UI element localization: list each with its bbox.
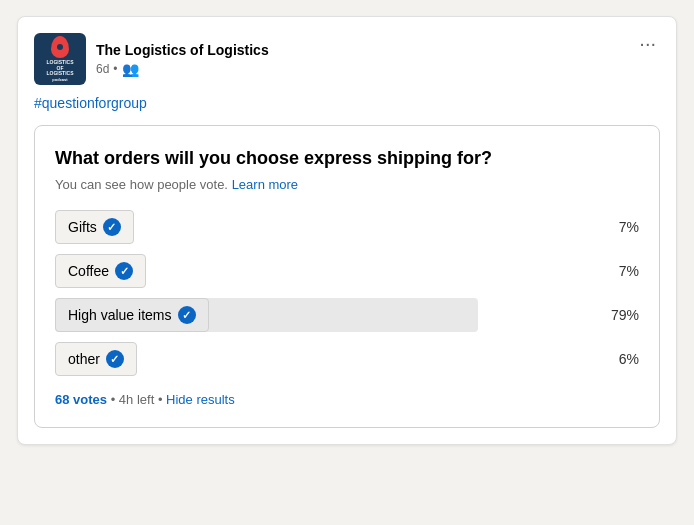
page-name[interactable]: The Logistics of Logistics: [96, 41, 269, 59]
poll-option-other[interactable]: other 6%: [55, 342, 639, 376]
poll-container: What orders will you choose express ship…: [34, 125, 660, 428]
poll-options-list: Gifts 7% Coffee 7%: [55, 210, 639, 376]
poll-footer: 68 votes • 4h left • Hide results: [55, 392, 639, 407]
post-header: LOGISTICSOFLOGISTICSpodcast The Logistic…: [34, 33, 660, 85]
option-left-other: other: [55, 342, 591, 376]
other-percent: 6%: [603, 351, 639, 367]
gifts-percent: 7%: [603, 219, 639, 235]
poll-option-gifts[interactable]: Gifts 7%: [55, 210, 639, 244]
coffee-label: Coffee: [68, 263, 109, 279]
high-value-label: High value items: [68, 307, 172, 323]
dot-separator: •: [113, 62, 117, 76]
more-options-button[interactable]: ···: [635, 33, 660, 53]
gifts-label: Gifts: [68, 219, 97, 235]
page-info: LOGISTICSOFLOGISTICSpodcast The Logistic…: [34, 33, 269, 85]
option-label-gifts: Gifts: [55, 210, 134, 244]
option-label-other: other: [55, 342, 137, 376]
footer-separator-1: •: [111, 392, 119, 407]
votes-link[interactable]: 68 votes: [55, 392, 107, 407]
gifts-check-icon: [103, 218, 121, 236]
coffee-percent: 7%: [603, 263, 639, 279]
poll-question: What orders will you choose express ship…: [55, 146, 639, 171]
option-label-coffee: Coffee: [55, 254, 146, 288]
option-left-high-value: High value items: [55, 298, 591, 332]
page-meta: 6d • 👥: [96, 61, 269, 77]
hashtag-link[interactable]: #questionforgroup: [34, 95, 660, 111]
time-left: 4h left: [119, 392, 154, 407]
poll-option-coffee[interactable]: Coffee 7%: [55, 254, 639, 288]
linkedin-post-card: LOGISTICSOFLOGISTICSpodcast The Logistic…: [17, 16, 677, 445]
page-logo[interactable]: LOGISTICSOFLOGISTICSpodcast: [34, 33, 86, 85]
page-details: The Logistics of Logistics 6d • 👥: [96, 41, 269, 77]
other-label: other: [68, 351, 100, 367]
high-value-percent: 79%: [603, 307, 639, 323]
hide-results-link[interactable]: Hide results: [166, 392, 235, 407]
audience-icon: 👥: [122, 61, 139, 77]
other-check-icon: [106, 350, 124, 368]
high-value-check-icon: [178, 306, 196, 324]
learn-more-link[interactable]: Learn more: [232, 177, 298, 192]
poll-subtext: You can see how people vote. Learn more: [55, 177, 639, 192]
poll-option-high-value[interactable]: High value items 79%: [55, 298, 639, 332]
option-label-high-value: High value items: [55, 298, 209, 332]
coffee-check-icon: [115, 262, 133, 280]
footer-separator-2: •: [158, 392, 166, 407]
option-left-coffee: Coffee: [55, 254, 591, 288]
option-left-gifts: Gifts: [55, 210, 591, 244]
